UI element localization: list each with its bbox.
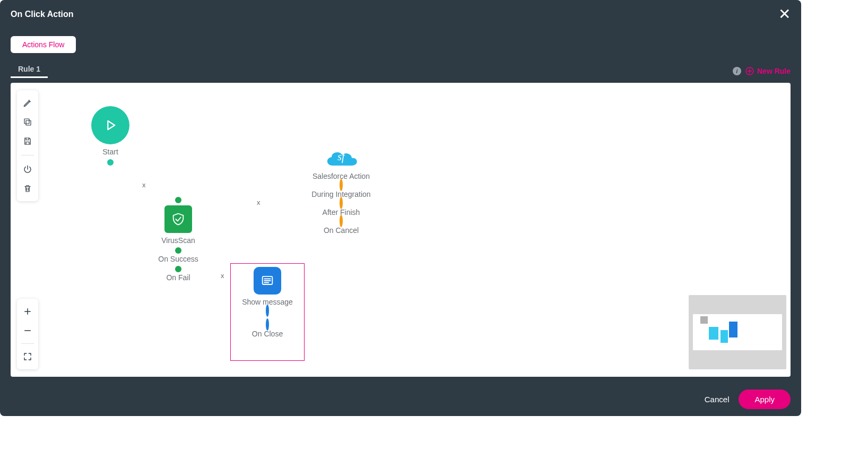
modal-footer: Cancel Apply [0, 382, 801, 416]
play-icon [103, 118, 118, 133]
minimap[interactable] [689, 295, 786, 369]
minimap-block [721, 330, 728, 343]
plus-circle-icon [745, 67, 754, 75]
zoom-out-button[interactable] [19, 322, 36, 339]
trash-icon [23, 184, 32, 193]
new-rule-button[interactable]: New Rule [745, 67, 791, 75]
zoom-in-button[interactable] [19, 303, 36, 320]
tab-rule-1[interactable]: Rule 1 [11, 65, 48, 78]
shield-icon [171, 212, 186, 227]
sf-during-port[interactable] [340, 179, 343, 191]
apply-button[interactable]: Apply [739, 390, 791, 409]
fullscreen-icon [23, 352, 32, 361]
tabs-row: Rule 1 i New Rule [0, 60, 801, 82]
outer-right-margin [801, 0, 868, 450]
virus-success-label: On Success [154, 255, 203, 263]
start-node[interactable]: Start [89, 106, 132, 166]
modal-title: On Click Action [11, 10, 74, 19]
on-click-action-modal: On Click Action ✕ Actions Flow Rule 1 i … [0, 0, 801, 416]
minimap-viewport [693, 314, 782, 350]
message-close-port[interactable] [266, 318, 269, 331]
minimap-block [709, 327, 718, 340]
connector-delete-2[interactable]: x [257, 198, 261, 206]
message-close-label: On Close [231, 330, 304, 338]
flow-canvas[interactable]: x x x Start VirusScan On Success On Fail [11, 83, 791, 377]
plus-icon [23, 307, 32, 316]
zoom-toolkit [17, 299, 38, 369]
sub-header: Actions Flow [0, 29, 801, 60]
sf-cancel-label: On Cancel [307, 226, 376, 235]
virus-input-port[interactable] [175, 197, 181, 203]
message-out-port[interactable] [266, 305, 269, 317]
minimap-block [700, 316, 708, 324]
start-label: Start [89, 148, 132, 156]
virus-box [164, 205, 192, 233]
virus-fail-label: On Fail [154, 273, 203, 282]
start-circle [91, 106, 129, 144]
message-icon [260, 273, 275, 288]
virus-success-port[interactable] [175, 247, 181, 254]
start-output-port[interactable] [107, 159, 114, 166]
power-button[interactable] [19, 161, 36, 178]
sf-cloud-text: sf [322, 151, 360, 163]
fullscreen-button[interactable] [19, 348, 36, 365]
virus-fail-port[interactable] [175, 266, 181, 272]
modal-header: On Click Action ✕ [0, 0, 801, 29]
separator [21, 343, 34, 344]
show-message-node[interactable]: Show message On Close [230, 263, 305, 361]
cancel-button[interactable]: Cancel [705, 395, 730, 404]
connector-delete-1[interactable]: x [142, 181, 146, 189]
salesforce-cloud: sf [322, 146, 360, 170]
connector-delete-3[interactable]: x [221, 272, 224, 280]
sf-after-port[interactable] [340, 197, 343, 209]
sf-cancel-port[interactable] [340, 215, 343, 227]
new-rule-wrap: i New Rule [733, 67, 791, 75]
actions-flow-button[interactable]: Actions Flow [11, 36, 76, 53]
outer-bottom-margin [0, 416, 868, 450]
virus-label: VirusScan [154, 236, 203, 245]
info-icon[interactable]: i [733, 67, 741, 75]
new-rule-label: New Rule [757, 67, 791, 75]
close-icon[interactable]: ✕ [778, 7, 791, 22]
salesforce-node[interactable]: sf Salesforce Action During Integration … [307, 146, 376, 235]
minus-icon [23, 326, 32, 335]
power-icon [23, 165, 32, 174]
message-box [254, 267, 281, 295]
delete-button[interactable] [19, 180, 36, 197]
virusscan-node[interactable]: VirusScan On Success On Fail [154, 197, 203, 282]
minimap-block [729, 322, 737, 338]
